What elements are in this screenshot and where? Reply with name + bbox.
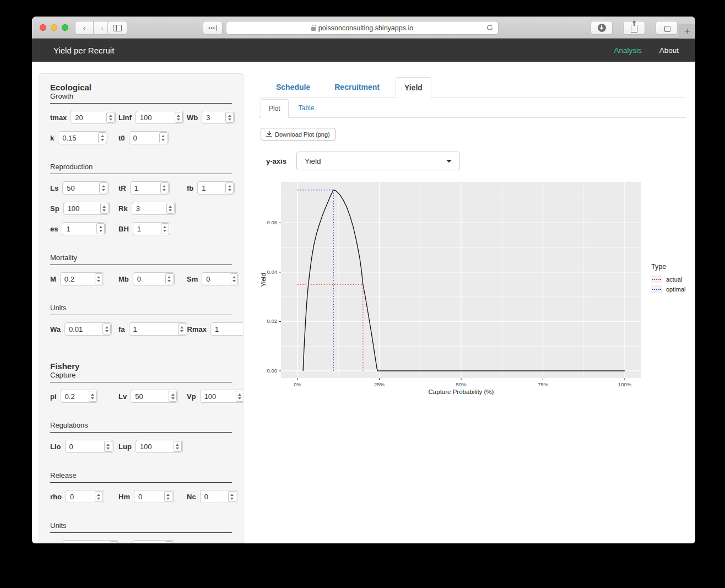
stepper-down-icon[interactable] <box>177 118 180 121</box>
stepper-control[interactable] <box>95 273 103 284</box>
stepper-down-icon[interactable] <box>171 397 175 400</box>
stepper-control[interactable] <box>100 203 109 214</box>
navbar-link-analysis[interactable]: Analysis <box>614 46 641 55</box>
stepper-down-icon[interactable] <box>106 447 110 450</box>
stepper-control[interactable] <box>178 323 186 335</box>
numeric-input-Hm[interactable]: 0 <box>134 490 174 503</box>
stepper-down-icon[interactable] <box>230 498 234 500</box>
stepper-down-icon[interactable] <box>176 447 179 450</box>
stepper-down-icon[interactable] <box>238 397 241 400</box>
stepper-control[interactable] <box>175 112 183 123</box>
tab-overview-button[interactable]: ••• <box>203 21 223 35</box>
stepper-up-icon[interactable] <box>180 326 183 328</box>
numeric-input-Sp[interactable]: 100 <box>63 202 110 215</box>
tab-recruitment[interactable]: Recruitment <box>326 77 388 98</box>
stepper-down-icon[interactable] <box>228 189 231 191</box>
yaxis-select[interactable]: Yield <box>296 152 460 170</box>
stepper-up-icon[interactable] <box>97 494 100 496</box>
subtab-plot[interactable]: Plot <box>261 99 289 118</box>
stepper-down-icon[interactable] <box>102 189 105 191</box>
downloads-button[interactable] <box>591 21 613 35</box>
stepper-control[interactable] <box>89 391 97 402</box>
stepper-down-icon[interactable] <box>163 189 166 191</box>
numeric-input-Lv[interactable]: 50 <box>131 390 178 403</box>
numeric-input-M[interactable]: 0.2 <box>60 272 104 285</box>
reload-button[interactable] <box>486 24 494 31</box>
stepper-up-icon[interactable] <box>91 393 94 396</box>
new-tab-button[interactable]: + <box>679 24 695 39</box>
stepper-control[interactable] <box>165 541 173 543</box>
numeric-input-tmax[interactable]: 20 <box>71 111 116 124</box>
stepper-up-icon[interactable] <box>161 135 165 137</box>
stepper-control[interactable] <box>98 132 106 143</box>
numeric-input-Mb[interactable]: 0 <box>133 272 175 285</box>
numeric-input-Wb[interactable]: 3 <box>202 111 235 124</box>
numeric-input-k[interactable]: 0.15 <box>58 131 107 144</box>
stepper-up-icon[interactable] <box>228 185 231 187</box>
stepper-up-icon[interactable] <box>163 226 166 228</box>
stepper-down-icon[interactable] <box>166 498 170 500</box>
tab-yield[interactable]: Yield <box>396 77 431 98</box>
stepper-control[interactable] <box>164 491 172 502</box>
numeric-input-es[interactable]: 1 <box>62 222 106 235</box>
stepper-control[interactable] <box>106 112 115 123</box>
address-bar[interactable]: poissonconsulting.shinyapps.io <box>226 21 499 35</box>
close-window-icon[interactable] <box>40 24 46 31</box>
stepper-control[interactable] <box>165 273 174 284</box>
stepper-up-icon[interactable] <box>169 206 172 208</box>
stepper-control[interactable] <box>225 112 234 123</box>
stepper-up-icon[interactable] <box>230 494 234 496</box>
stepper-down-icon[interactable] <box>163 230 166 232</box>
stepper-control[interactable] <box>159 132 167 143</box>
tab-schedule[interactable]: Schedule <box>268 77 318 98</box>
stepper-down-icon[interactable] <box>169 209 172 212</box>
stepper-control[interactable] <box>225 182 234 193</box>
back-button[interactable]: ‹ <box>75 21 93 35</box>
minimize-window-icon[interactable] <box>51 24 57 31</box>
numeric-input-Sm[interactable]: 0 <box>202 272 239 285</box>
stepper-down-icon[interactable] <box>97 280 100 282</box>
numeric-input-Ea[interactable]: 1 <box>63 540 119 543</box>
stepper-up-icon[interactable] <box>228 115 231 117</box>
stepper-control[interactable] <box>236 391 244 402</box>
stepper-control[interactable] <box>95 491 103 502</box>
stepper-control[interactable] <box>110 541 118 543</box>
stepper-up-icon[interactable] <box>106 444 110 446</box>
stepper-down-icon[interactable] <box>91 397 94 400</box>
numeric-input-Eb[interactable]: 1 <box>132 540 174 543</box>
stepper-down-icon[interactable] <box>105 330 109 332</box>
stepper-up-icon[interactable] <box>109 115 112 117</box>
stepper-control[interactable] <box>230 273 238 284</box>
numeric-input-rho[interactable]: 0 <box>66 490 104 503</box>
stepper-up-icon[interactable] <box>99 226 102 228</box>
stepper-down-icon[interactable] <box>102 209 106 212</box>
stepper-up-icon[interactable] <box>97 276 100 278</box>
stepper-up-icon[interactable] <box>102 185 105 187</box>
numeric-input-t0[interactable]: 0 <box>129 131 169 144</box>
subtab-table[interactable]: Table <box>291 99 322 117</box>
stepper-up-icon[interactable] <box>171 393 175 396</box>
stepper-up-icon[interactable] <box>105 326 109 328</box>
stepper-up-icon[interactable] <box>101 135 104 137</box>
stepper-control[interactable] <box>161 223 169 234</box>
stepper-down-icon[interactable] <box>161 139 165 141</box>
navbar-link-about[interactable]: About <box>659 46 679 55</box>
show-tabs-button[interactable] <box>656 21 678 35</box>
numeric-input-tR[interactable]: 1 <box>130 181 170 195</box>
stepper-up-icon[interactable] <box>232 276 236 278</box>
sidebar-toggle-button[interactable] <box>107 21 127 35</box>
stepper-down-icon[interactable] <box>232 280 236 282</box>
numeric-input-fb[interactable]: 1 <box>197 181 235 195</box>
share-button[interactable] <box>623 21 645 35</box>
stepper-control[interactable] <box>228 491 236 502</box>
stepper-up-icon[interactable] <box>167 276 171 278</box>
stepper-up-icon[interactable] <box>102 206 106 208</box>
stepper-up-icon[interactable] <box>176 444 179 446</box>
numeric-input-Lup[interactable]: 100 <box>136 440 183 453</box>
stepper-control[interactable] <box>102 323 111 335</box>
stepper-control[interactable] <box>160 182 169 193</box>
stepper-up-icon[interactable] <box>238 393 241 396</box>
stepper-control[interactable] <box>174 441 182 452</box>
stepper-down-icon[interactable] <box>101 139 104 141</box>
zoom-window-icon[interactable] <box>62 24 68 31</box>
